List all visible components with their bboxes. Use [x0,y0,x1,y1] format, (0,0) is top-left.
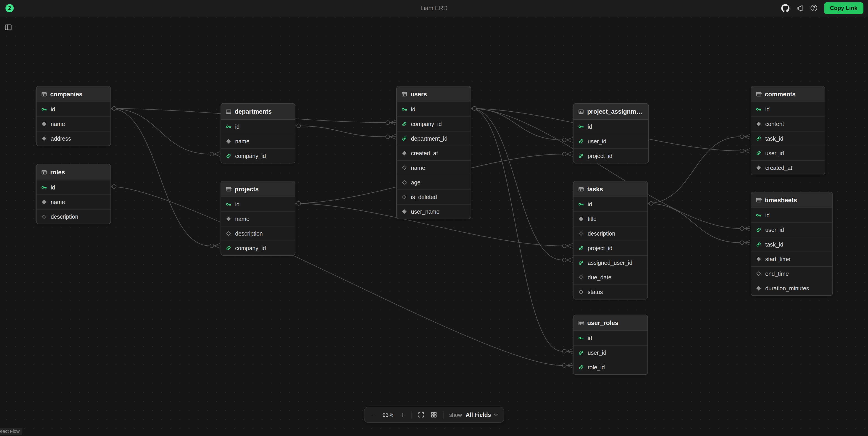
crow-foot-marker [567,363,572,368]
table-node-tasks[interactable]: tasksidtitledescriptionproject_idassigne… [573,181,648,300]
table-header-projects: projects [221,181,295,197]
field-name: title [588,216,596,222]
table-node-users[interactable]: usersidcompany_iddepartment_idcreated_at… [396,86,471,219]
table-header-companies: companies [36,86,111,102]
crow-foot-marker [567,243,572,248]
not-null-diamond-icon [42,136,46,141]
field-row-companies-id: id [36,102,111,117]
table-node-comments[interactable]: commentsidcontenttask_iduser_idcreated_a… [751,86,825,175]
field-name: due_date [588,274,611,281]
foreign-key-link-icon [578,260,584,266]
cardinality-circle-marker [740,149,744,153]
cardinality-circle-marker [740,241,744,245]
foreign-key-link-icon [578,364,584,370]
table-icon [41,91,47,97]
field-row-roles-id: id [36,180,111,195]
field-name: task_id [765,135,783,142]
field-name: user_id [765,150,784,156]
tidy-up-button[interactable] [428,409,439,421]
table-node-project_assignments[interactable]: project_assignmentsiduser_idproject_id [573,103,649,163]
table-header-project_assignments: project_assignments [574,104,648,120]
primary-key-icon [756,106,762,112]
table-node-departments[interactable]: departmentsidnamecompany_id [221,103,296,163]
cardinality-one-marker [112,185,116,189]
field-row-user_roles-id: id [574,331,647,346]
field-name: id [765,106,770,113]
relationship-edge [110,108,210,246]
table-node-companies[interactable]: companiesidnameaddress [36,86,111,146]
field-name: id [411,106,415,113]
crow-foot-marker [567,349,572,354]
help-button[interactable] [810,4,817,12]
field-row-timesheets-end_time: end_time [751,267,832,281]
erd-canvas[interactable]: companiesidnameaddressrolesidnamedescrip… [0,0,868,436]
field-row-user_roles-user_id: user_id [574,346,647,360]
field-name: id [588,124,592,130]
field-row-users-user_name: user_name [397,205,471,219]
field-row-companies-name: name [36,117,111,131]
primary-key-icon [225,201,231,207]
field-row-users-is_deleted: is_deleted [397,190,471,205]
cardinality-circle-marker [210,244,214,248]
cardinality-circle-marker [740,135,744,139]
fit-view-button[interactable] [415,409,427,421]
table-icon [578,108,584,114]
field-name: description [588,230,615,237]
table-header-users: users [397,86,471,102]
field-row-comments-content: content [751,117,825,131]
relationship-edge [294,126,386,137]
reactflow-attribution[interactable]: React Flow [0,428,22,435]
table-name: roles [50,169,65,176]
sidebar-toggle-button[interactable] [3,22,14,33]
chevron-down-icon [494,412,498,417]
field-row-tasks-due_date: due_date [574,270,647,285]
field-row-tasks-project_id: project_id [574,241,647,256]
nullable-diamond-icon [42,214,46,219]
table-name: timesheets [765,196,797,204]
field-name: end_time [765,271,789,277]
table-node-roles[interactable]: rolesidnamedescription [36,164,111,224]
fields-filter-dropdown[interactable]: All Fields [464,412,500,418]
cardinality-circle-marker [562,349,566,353]
field-name: user_id [588,138,607,145]
field-name: id [588,201,592,208]
table-header-roles: roles [36,164,111,180]
page-title: Liam ERD [421,5,448,11]
zoom-in-button[interactable]: + [396,409,408,421]
not-null-diamond-icon [579,217,583,221]
cardinality-circle-marker [562,364,566,368]
table-header-departments: departments [221,104,295,120]
crow-foot-marker [567,152,572,157]
announcement-button[interactable] [796,4,803,12]
relationship-edge [647,204,740,243]
table-node-timesheets[interactable]: timesheetsiduser_idtask_idstart_timeend_… [751,192,833,296]
field-name: is_deleted [411,194,437,200]
relationship-edge [110,108,210,154]
not-null-diamond-icon [42,122,46,126]
megaphone-icon [796,4,803,12]
field-row-tasks-id: id [574,197,647,212]
nullable-diamond-icon [402,165,407,170]
field-name: project_id [588,245,612,251]
github-button[interactable] [781,4,789,12]
table-icon [225,186,231,192]
copy-link-button[interactable]: Copy Link [824,2,863,14]
crow-foot-marker [567,137,572,143]
app: companiesidnameaddressrolesidnamedescrip… [0,0,868,436]
field-name: description [235,230,263,237]
field-name: id [235,201,240,208]
table-node-user_roles[interactable]: user_rolesiduser_idrole_id [573,315,648,375]
field-name: name [51,121,65,127]
zoom-out-button[interactable]: − [368,409,380,421]
cardinality-one-marker [297,201,301,206]
field-row-roles-description: description [36,210,111,224]
nullable-diamond-icon [579,290,583,294]
relationship-edge [470,108,562,140]
field-row-project_assignments-id: id [574,120,648,134]
field-row-departments-name: name [221,134,295,149]
field-row-departments-id: id [221,120,295,134]
foreign-key-link-icon [578,138,584,144]
table-node-projects[interactable]: projectsidnamedescriptioncompany_id [221,181,296,256]
field-name: company_id [411,121,442,127]
field-row-tasks-title: title [574,212,647,226]
